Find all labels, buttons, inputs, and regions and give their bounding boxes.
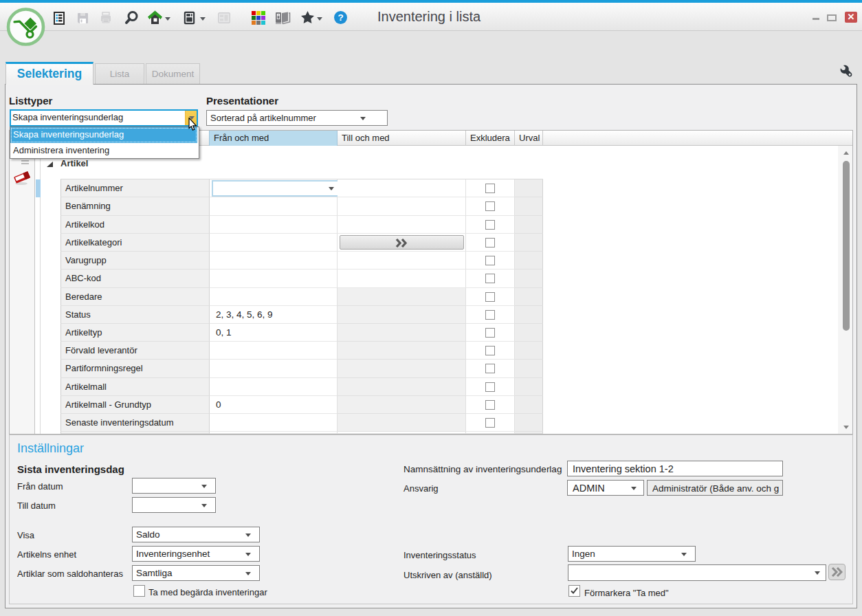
svg-text:?: ? (338, 12, 343, 23)
